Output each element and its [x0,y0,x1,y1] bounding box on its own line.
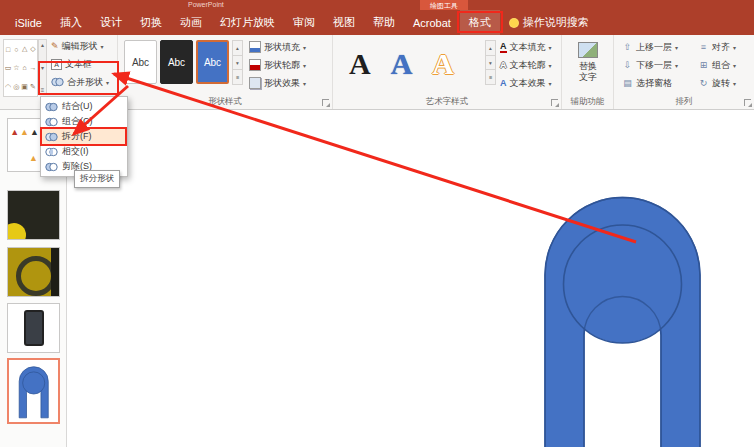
slide-canvas[interactable] [67,110,754,447]
frame-shape-icon[interactable]: ▣ [21,83,28,91]
shape-style-swatch[interactable]: Abc [124,40,157,84]
menu-item-label: 结合(U) [62,100,93,113]
tab-view[interactable]: 视图 [324,10,364,35]
drawing-tools-contextual-header: 绘图工具 [420,0,468,10]
menu-item-intersect[interactable]: 相交(I) [41,144,127,159]
group-button[interactable]: ⊞ 组合 ▾ [698,56,736,74]
tab-slideshow[interactable]: 幻灯片放映 [211,10,284,35]
dark-strip-graphic [51,248,59,296]
merge-shapes-button[interactable]: 合并形状 ▾ [50,73,116,91]
send-backward-icon: ⇩ [622,60,633,70]
shape-effects-button[interactable]: 形状效果 ▾ [249,74,306,92]
dialog-launcher-icon[interactable] [551,99,558,106]
triangle-shape-icon[interactable]: △ [22,45,27,53]
chevron-down-icon: ▾ [303,80,306,87]
group-label-arrange: 排列 [614,96,754,108]
padlock-shape[interactable] [520,178,754,447]
subtract-icon [45,162,58,172]
tell-me-search[interactable]: 操作说明搜索 [500,10,598,35]
scroll-down-icon[interactable]: ▾ [232,55,243,71]
group-arrange: ⇧ 上移一层 ▾ ⇩ 下移一层 ▾ ▤ 选择窗格 ≡ 对齐 ▾ ⊞ 组合 [614,35,754,109]
shape-outline-button[interactable]: 形状轮廓 ▾ [249,56,306,74]
donut-shape-icon[interactable]: ◎ [13,83,19,91]
alt-text-button[interactable]: 替换文字 [566,42,610,98]
slide-thumbnail-3[interactable] [7,247,60,297]
star-shape-icon[interactable]: ☆ [13,64,19,72]
align-button[interactable]: ≡ 对齐 ▾ [698,38,736,56]
menu-item-fragment[interactable]: 拆分(F) [41,129,127,144]
edit-shape-icon: ✎ [51,41,59,51]
gallery-more-icon[interactable]: ≡ [41,87,45,93]
gallery-more-icon[interactable]: ≡ [232,69,243,85]
rotate-button[interactable]: ↻ 旋转 ▾ [698,74,736,92]
text-effects-button[interactable]: A 文本效果 ▾ [500,74,552,92]
shape-gallery-scrollbar[interactable]: ▴ ▾ ≡ [38,39,47,95]
shape-style-gallery-scroll: ▴ ▾ ≡ [232,40,243,84]
group-shape-styles: Abc Abc Abc ▴ ▾ ≡ 形状填充 ▾ 形状轮廓 ▾ 形状效果 ▾ [118,35,333,109]
tab-islide[interactable]: iSlide [6,10,51,35]
group-label-text: 组合 [712,59,730,72]
arrow-shape-icon[interactable]: → [29,64,36,71]
tab-acrobat[interactable]: Acrobat [404,10,460,35]
text-outline-button[interactable]: A 文本轮廓 ▾ [500,56,552,74]
pentagon-shape-icon[interactable]: ⌂ [23,64,27,71]
scroll-up-icon[interactable]: ▴ [232,40,243,56]
dialog-launcher-icon[interactable] [322,99,329,106]
bring-forward-button[interactable]: ⇧ 上移一层 ▾ [622,38,678,56]
dialog-launcher-icon[interactable] [744,99,751,106]
freeform-shape-icon[interactable]: ✎ [30,83,36,91]
tab-transitions[interactable]: 切换 [131,10,171,35]
shape-fill-button[interactable]: 形状填充 ▾ [249,38,306,56]
title-bar: PowerPoint 绘图工具 [0,0,754,10]
intersect-icon [45,147,58,157]
shape-outline-icon [249,59,261,71]
tab-insert[interactable]: 插入 [51,10,91,35]
wordart-style-orange-outline[interactable]: A [432,49,454,79]
menu-item-union[interactable]: 结合(U) [41,99,127,114]
edit-shape-button[interactable]: ✎ 编辑形状 ▾ [50,37,116,55]
shape-style-swatch[interactable]: Abc [160,40,193,84]
scroll-down-icon[interactable]: ▾ [485,55,496,71]
gallery-more-icon[interactable]: ≡ [485,69,496,85]
rectangle-shape-icon[interactable]: □ [6,46,10,53]
wordart-buttons: A 文本填充 ▾ A 文本轮廓 ▾ A 文本效果 ▾ [500,38,552,92]
send-backward-button[interactable]: ⇩ 下移一层 ▾ [622,56,678,74]
tab-format-label: 格式 [469,15,491,30]
arrange-column-2: ≡ 对齐 ▾ ⊞ 组合 ▾ ↻ 旋转 ▾ [698,38,736,92]
chevron-down-icon: ▾ [106,79,109,86]
text-fill-button[interactable]: A 文本填充 ▾ [500,38,552,56]
tab-animations[interactable]: 动画 [171,10,211,35]
arc-shape-icon[interactable]: ◠ [5,83,11,91]
tab-help[interactable]: 帮助 [364,10,404,35]
tab-design[interactable]: 设计 [91,10,131,35]
text-box-button[interactable]: A 文本框 [50,55,116,73]
chevron-down-icon: ▾ [733,62,736,69]
slide-thumbnail-2[interactable] [7,190,60,240]
wordart-style-blue[interactable]: A [391,49,413,79]
menu-item-combine[interactable]: 组合(C) [41,114,127,129]
tab-format[interactable]: 格式 [460,10,500,35]
scroll-up-icon[interactable]: ▴ [41,41,44,48]
scroll-up-icon[interactable]: ▴ [485,40,496,56]
shape-gallery[interactable]: □ ○ △ ◇ ▭ ☆ ⌂ → ◠ ◎ ▣ ✎ [3,39,38,97]
scroll-down-icon[interactable]: ▾ [41,64,44,71]
selection-pane-button[interactable]: ▤ 选择窗格 [622,74,678,92]
wordart-style-black[interactable]: A [349,49,371,79]
slide-thumbnail-4[interactable] [7,303,60,353]
chevron-down-icon: ▾ [675,62,678,69]
rounded-rect-shape-icon[interactable]: ▭ [5,64,12,72]
slide-thumbnail-5-selected[interactable] [7,358,60,424]
chevron-down-icon: ▾ [549,62,552,69]
warning-triangle-icon: ▲ [20,127,29,137]
rotate-icon: ↻ [698,78,709,88]
selection-pane-label: 选择窗格 [636,77,672,90]
ellipse-shape-icon[interactable]: ○ [14,46,18,53]
diamond-shape-icon[interactable]: ◇ [30,45,35,53]
shape-style-gallery: Abc Abc Abc [124,40,229,84]
shape-style-swatch-selected[interactable]: Abc [196,40,229,84]
menu-item-label: 拆分(F) [62,130,92,143]
text-fill-icon: A [500,41,507,53]
align-label: 对齐 [712,41,730,54]
merge-shapes-label: 合并形状 [67,76,103,89]
tab-review[interactable]: 审阅 [284,10,324,35]
